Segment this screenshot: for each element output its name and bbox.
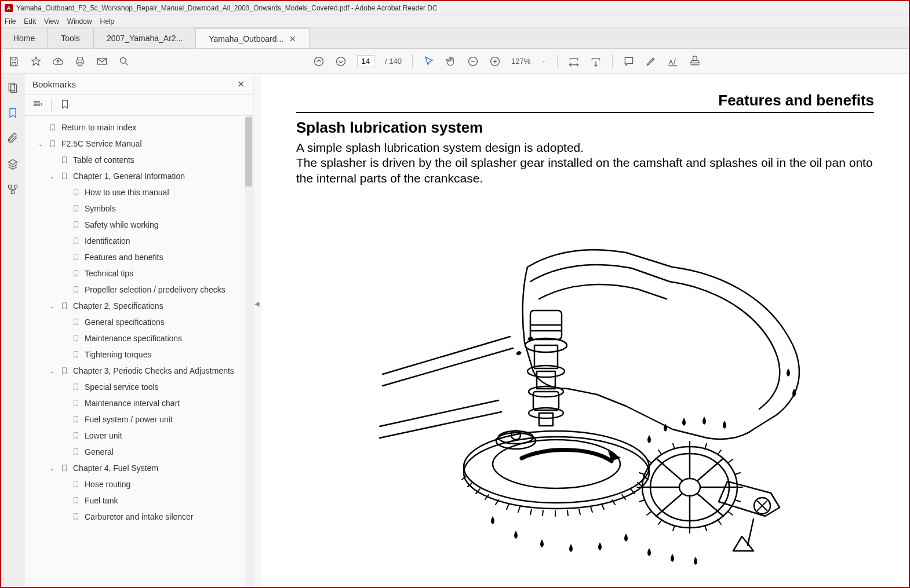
bookmark-label: Fuel tank <box>85 496 118 505</box>
bookmark-item[interactable]: Safety while working <box>29 217 250 233</box>
cloud-upload-icon[interactable] <box>52 56 64 67</box>
bookmark-icon <box>72 496 80 505</box>
bookmark-icon <box>49 123 57 132</box>
bookmark-label: Maintenance specifications <box>85 334 182 343</box>
bookmark-label: Special service tools <box>85 382 159 392</box>
page-header: Features and benefits <box>296 92 874 113</box>
tab-document-2[interactable]: Yamaha_Outboard... ✕ <box>196 28 310 48</box>
bookmark-label: Tightening torques <box>85 350 151 359</box>
tab-home[interactable]: Home <box>1 28 48 48</box>
menu-window[interactable]: Window <box>67 17 92 25</box>
model-tree-icon[interactable] <box>6 183 19 196</box>
bookmark-item[interactable]: General specifications <box>29 314 250 330</box>
document-area[interactable]: Features and benefits Splash lubrication… <box>261 74 909 587</box>
window-title: Yamaha_Outboard_F2_5c_Workshop_Repair_Ma… <box>16 4 438 12</box>
bookmark-icon <box>72 415 80 423</box>
email-icon[interactable] <box>96 56 108 67</box>
bookmark-item[interactable]: ⌄Chapter 4, Fuel System <box>29 460 250 476</box>
bookmark-item[interactable]: Fuel tank <box>29 492 250 509</box>
bookmarks-tree[interactable]: Return to main index⌄F2.5C Service Manua… <box>24 116 253 587</box>
bookmark-item[interactable]: Technical tips <box>29 265 250 282</box>
zoom-in-icon[interactable] <box>489 56 501 67</box>
page-up-icon[interactable] <box>313 56 325 67</box>
hand-icon[interactable] <box>445 56 457 67</box>
layers-icon[interactable] <box>6 158 19 170</box>
bookmark-item[interactable]: ⌄Chapter 2, Specifications <box>29 298 250 314</box>
bookmark-item[interactable]: Maintenance interval chart <box>29 395 250 411</box>
save-icon[interactable] <box>8 56 20 67</box>
zoom-value[interactable]: 127% <box>511 57 530 65</box>
page-number-input[interactable] <box>357 55 374 67</box>
menu-file[interactable]: File <box>5 17 16 25</box>
page-down-icon[interactable] <box>335 56 347 67</box>
scrollbar-thumb[interactable] <box>245 117 252 187</box>
bookmark-item[interactable]: Lower unit <box>29 428 250 444</box>
section-para-1: A simple splash lubrication system desig… <box>296 140 874 155</box>
bookmark-item[interactable]: Propeller selection / predelivery checks <box>29 282 250 298</box>
pdf-page: Features and benefits Splash lubrication… <box>261 74 909 587</box>
caret-down-icon[interactable]: ⌄ <box>49 173 56 180</box>
cursor-icon[interactable] <box>423 56 435 67</box>
bookmark-item[interactable]: ⌄Chapter 1, General Information <box>29 168 250 184</box>
new-bookmark-icon[interactable] <box>60 99 70 112</box>
bookmark-label: F2.5C Service Manual <box>61 139 142 148</box>
bookmark-item[interactable]: Special service tools <box>29 379 250 395</box>
bookmark-item[interactable]: Table of contents <box>29 152 250 168</box>
close-icon[interactable]: ✕ <box>289 34 296 43</box>
bookmark-item[interactable]: Carburetor and intake silencer <box>29 509 250 525</box>
menu-view[interactable]: View <box>44 17 59 25</box>
caret-down-icon[interactable]: ⌄ <box>49 465 56 472</box>
toolbar: / 140 127% <box>1 49 909 74</box>
tab-document-1[interactable]: 2007_Yamaha_Ar2... <box>94 28 196 48</box>
star-icon[interactable] <box>30 56 42 67</box>
caret-down-icon[interactable]: ⌄ <box>49 303 56 309</box>
bookmark-label: Chapter 2, Specifications <box>73 301 163 311</box>
bookmark-icon <box>60 367 68 375</box>
highlight-icon[interactable] <box>645 56 657 67</box>
chevron-down-icon[interactable] <box>541 56 547 67</box>
menu-edit[interactable]: Edit <box>24 17 36 25</box>
bookmark-item[interactable]: Return to main index <box>29 119 250 136</box>
signature-icon[interactable] <box>667 56 679 67</box>
bookmark-label: Symbols <box>85 204 116 213</box>
attachments-icon[interactable] <box>6 132 19 145</box>
collapse-handle[interactable]: ◀ <box>253 74 261 587</box>
svg-point-27 <box>493 440 620 488</box>
close-panel-icon[interactable]: ✕ <box>237 79 245 90</box>
print-icon[interactable] <box>74 56 86 67</box>
bookmark-item[interactable]: How to use this manual <box>29 184 250 200</box>
comment-icon[interactable] <box>623 56 635 67</box>
fit-page-icon[interactable] <box>590 56 602 67</box>
panel-title: Bookmarks <box>32 79 76 89</box>
bookmark-item[interactable]: Identification <box>29 233 250 249</box>
bookmark-item[interactable]: Features and benefits <box>29 249 250 265</box>
tabbar: Home Tools 2007_Yamaha_Ar2... Yamaha_Out… <box>1 28 909 49</box>
stamp-icon[interactable] <box>689 56 701 67</box>
svg-point-26 <box>464 431 649 503</box>
bookmark-label: Safety while working <box>85 220 159 229</box>
bookmark-item[interactable]: Tightening torques <box>29 346 250 363</box>
fit-width-icon[interactable] <box>568 56 580 67</box>
bookmark-item[interactable]: Maintenance specifications <box>29 330 250 346</box>
caret-down-icon[interactable]: ⌄ <box>37 141 44 147</box>
bookmark-label: Maintenance interval chart <box>85 399 180 408</box>
thumbnails-icon[interactable] <box>6 81 19 94</box>
bookmark-item[interactable]: Symbols <box>29 200 250 217</box>
bookmark-item[interactable]: Hose routing <box>29 476 250 492</box>
bookmark-options-icon[interactable] <box>32 99 43 112</box>
bookmark-item[interactable]: General <box>29 444 250 460</box>
menu-help[interactable]: Help <box>100 17 115 25</box>
bookmarks-icon[interactable] <box>6 107 19 119</box>
bookmark-item[interactable]: Fuel system / power unit <box>29 411 250 428</box>
search-icon[interactable] <box>118 56 130 67</box>
bookmark-item[interactable]: ⌄Chapter 3, Periodic Checks and Adjustme… <box>29 363 250 379</box>
bookmark-item[interactable]: ⌄F2.5C Service Manual <box>29 136 250 152</box>
caret-down-icon[interactable]: ⌄ <box>49 368 56 374</box>
zoom-out-icon[interactable] <box>467 56 479 67</box>
svg-point-2 <box>315 57 323 65</box>
bookmark-label: Propeller selection / predelivery checks <box>85 285 225 294</box>
svg-rect-10 <box>11 191 14 194</box>
tab-tools[interactable]: Tools <box>48 28 94 48</box>
bookmark-icon <box>49 140 57 148</box>
bookmark-icon <box>60 302 68 310</box>
